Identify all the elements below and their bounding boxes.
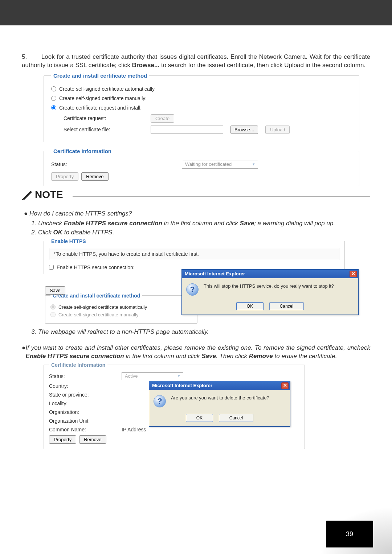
n1b: Enable HTTPS secure connection — [64, 220, 162, 227]
file-input[interactable] — [151, 126, 223, 134]
question-icon: ? — [154, 395, 166, 407]
country-label: Country: — [49, 383, 122, 389]
dialog-message-2: Are you sure you want to delete the cert… — [171, 395, 269, 401]
screenshot-enable-https: Enable HTTPS *To enable HTTPS, you have … — [44, 238, 359, 325]
option-auto-label: Create self-signed certificate automatic… — [59, 86, 155, 92]
chevron-down-icon: ▾ — [253, 162, 255, 167]
enable-https-legend: Enable HTTPS — [49, 238, 88, 244]
radio-auto[interactable] — [51, 86, 56, 91]
ie-confirm-dialog-stop: Microsoft Internet Explorer ✕ ? This wil… — [181, 269, 359, 315]
p2e: . Then click — [216, 353, 249, 360]
dialog-title: Microsoft Internet Explorer — [185, 271, 245, 276]
step-text-b: to search for the issued certificate, th… — [161, 62, 366, 69]
close-icon[interactable]: ✕ — [350, 271, 357, 277]
organization-label: Organization: — [49, 409, 122, 415]
status-label: Status: — [51, 161, 77, 167]
header-band — [0, 0, 392, 25]
note-heading: NOTE — [22, 196, 370, 197]
close-icon[interactable]: ✕ — [281, 382, 289, 389]
radio-manual-2 — [50, 312, 56, 317]
note-step-3: 3. The webpage will redirect to a non-HT… — [31, 328, 370, 336]
r1: Create self-signed certificate automatic… — [58, 304, 147, 310]
p2a: If you want to create and install other … — [26, 344, 370, 351]
n2c: to disable HTTPS. — [62, 229, 114, 236]
note-body: ● How do I cancel the HTTPS settings? 1.… — [22, 210, 370, 237]
panel-legend: Create and install certificate method — [51, 73, 149, 79]
status-value: Waiting for certificated — [185, 161, 232, 167]
n1d: Save — [240, 220, 254, 227]
state-label: State or province: — [49, 392, 122, 398]
remove-button-2[interactable]: Remove — [79, 435, 106, 444]
certificate-request-row: Certificate request: Create — [64, 114, 352, 123]
option-manual[interactable]: Create self-signed certificate manually: — [51, 95, 352, 101]
create-button[interactable]: Create — [151, 114, 174, 123]
common-name-label: Common Name: — [49, 427, 122, 432]
select-file-row: Select certificate file: Browse... Uploa… — [64, 126, 352, 134]
cancel-button-2[interactable]: Cancel — [219, 414, 253, 422]
status-dropdown[interactable]: Waiting for certificated ▾ — [182, 160, 258, 169]
note-label: NOTE — [35, 189, 63, 201]
p2b: Enable HTTPS secure connection — [26, 353, 124, 360]
ok-button-2[interactable]: OK — [186, 414, 213, 422]
status-label-2: Status: — [49, 373, 122, 379]
status-dropdown-2[interactable]: Active ▾ — [122, 372, 183, 380]
page-number: 39 — [326, 521, 373, 547]
select-file-label: Select certificate file: — [64, 127, 143, 132]
pencil-icon — [22, 189, 33, 200]
option-request-label: Create certificate request and install: — [59, 105, 142, 111]
question-icon: ? — [186, 283, 199, 296]
remove-button[interactable]: Remove — [81, 172, 108, 181]
property-button-2[interactable]: Property — [49, 435, 76, 444]
svg-marker-0 — [23, 191, 32, 200]
create-install-panel: Create and install certificate method Cr… — [44, 73, 359, 142]
r2: Create self-signed certificate manually: — [58, 312, 140, 317]
n2a: 2. Click — [31, 229, 53, 236]
n1a: 1. Uncheck — [31, 220, 64, 227]
cert-info-legend: Certificate Information — [51, 148, 114, 154]
n2b: OK — [53, 229, 62, 236]
radio-manual[interactable] — [51, 96, 56, 101]
cancel-button[interactable]: Cancel — [269, 302, 304, 310]
certificate-info-panel: Certificate Information Status: Waiting … — [44, 148, 359, 186]
step-5: 5. Look for a trusted certificate author… — [22, 53, 370, 70]
property-button[interactable]: Property — [51, 172, 78, 181]
save-button[interactable]: Save — [45, 286, 65, 295]
p2g: to erase the certificate. — [273, 353, 337, 360]
upload-button[interactable]: Upload — [265, 126, 290, 134]
screenshot-cert-info: Certificate Information Status: Active ▾… — [44, 362, 305, 456]
ok-button[interactable]: OK — [236, 302, 264, 310]
orgunit-label: Organization Unit: — [49, 418, 122, 424]
svg-marker-1 — [22, 198, 23, 200]
chevron-down-icon: ▾ — [178, 374, 180, 378]
browse-bold: Browse... — [132, 62, 160, 69]
option-auto[interactable]: Create self-signed certificate automatic… — [51, 86, 352, 92]
dialog-title-2: Microsoft Internet Explorer — [152, 383, 212, 388]
radio-auto-2 — [50, 304, 56, 309]
p2f: Remove — [249, 353, 273, 360]
common-name-value: IP Address — [122, 427, 146, 432]
cert-info-legend-2: Certificate Information — [49, 362, 107, 368]
locality-label: Locality: — [49, 401, 122, 406]
n1e: ; a warning dialog will pop up. — [254, 220, 335, 227]
enable-https-checkbox[interactable] — [49, 265, 54, 270]
ie-confirm-dialog-delete: Microsoft Internet Explorer ✕ ? Are you … — [149, 381, 290, 427]
option-request[interactable]: Create certificate request and install: — [51, 105, 352, 111]
browse-button[interactable]: Browse... — [230, 126, 258, 134]
status-value-2: Active — [125, 373, 138, 379]
n1c: in the first column and click — [162, 220, 240, 227]
cert-request-label: Certificate request: — [64, 115, 143, 121]
radio-request[interactable] — [51, 105, 56, 110]
step-number: 5. — [22, 53, 30, 61]
p2c: in the first column and click — [124, 353, 202, 360]
https-hint: *To enable HTTPS, you have to create and… — [49, 248, 339, 260]
dialog-message: This will stop the HTTPS service, do you… — [204, 283, 334, 289]
p2d: Save — [201, 353, 216, 360]
note-q: How do I cancel the HTTPS settings? — [29, 210, 132, 217]
enable-https-label: Enable HTTPS secure connection: — [57, 264, 135, 270]
create-install-panel-2: Create and install certificate method Cr… — [45, 293, 197, 324]
option-manual-label: Create self-signed certificate manually: — [59, 95, 147, 101]
note-remove-cert: ● If you want to create and install othe… — [22, 344, 370, 361]
